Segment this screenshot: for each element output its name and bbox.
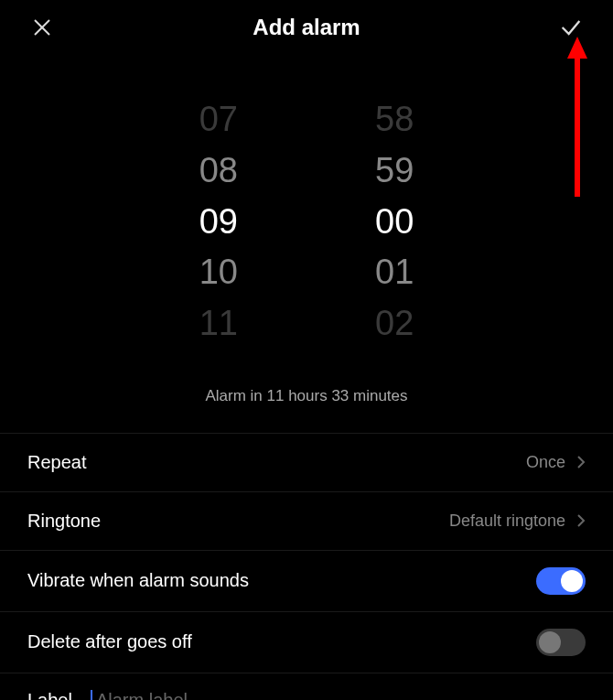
check-icon	[558, 15, 584, 40]
hour-wheel[interactable]: 07 08 09 10 11	[199, 101, 238, 343]
ringtone-value: Default ringtone	[449, 512, 565, 531]
vibrate-toggle[interactable]	[536, 567, 586, 595]
label-field-label: Label	[27, 690, 72, 700]
minute-option[interactable]: 01	[375, 253, 414, 292]
hour-option[interactable]: 08	[199, 152, 238, 190]
minute-option-selected[interactable]: 00	[375, 203, 414, 242]
hour-option[interactable]: 11	[199, 305, 238, 343]
minute-wheel[interactable]: 58 59 00 01 02	[375, 101, 414, 343]
label-input[interactable]	[91, 690, 586, 700]
toggle-knob	[561, 570, 583, 592]
confirm-button[interactable]	[556, 13, 586, 42]
label-row: Label	[0, 673, 613, 700]
alarm-countdown: Alarm in 11 hours 33 minutes	[0, 371, 613, 433]
hour-option[interactable]: 10	[199, 253, 238, 292]
chevron-right-icon	[576, 455, 586, 469]
delete-after-row: Delete after goes off	[0, 612, 613, 673]
repeat-row[interactable]: Repeat Once	[0, 434, 613, 492]
page-title: Add alarm	[253, 15, 360, 40]
chevron-right-icon	[576, 513, 586, 528]
vibrate-label: Vibrate when alarm sounds	[27, 570, 249, 591]
toggle-knob	[539, 631, 561, 653]
close-icon	[31, 16, 53, 38]
repeat-label: Repeat	[27, 452, 87, 473]
ringtone-label: Ringtone	[27, 511, 101, 532]
vibrate-row: Vibrate when alarm sounds	[0, 551, 613, 612]
delete-after-toggle[interactable]	[536, 629, 586, 656]
hour-option-selected[interactable]: 09	[199, 203, 238, 242]
ringtone-row[interactable]: Ringtone Default ringtone	[0, 492, 613, 551]
repeat-value: Once	[526, 453, 565, 472]
minute-option[interactable]: 58	[375, 101, 414, 139]
close-button[interactable]	[27, 13, 57, 42]
minute-option[interactable]: 02	[375, 305, 414, 343]
settings-list: Repeat Once Ringtone Default ringtone Vi…	[0, 433, 613, 700]
time-picker: 07 08 09 10 11 58 59 00 01 02	[0, 55, 613, 371]
hour-option[interactable]: 07	[199, 101, 238, 139]
delete-after-label: Delete after goes off	[27, 631, 192, 652]
minute-option[interactable]: 59	[375, 152, 414, 190]
